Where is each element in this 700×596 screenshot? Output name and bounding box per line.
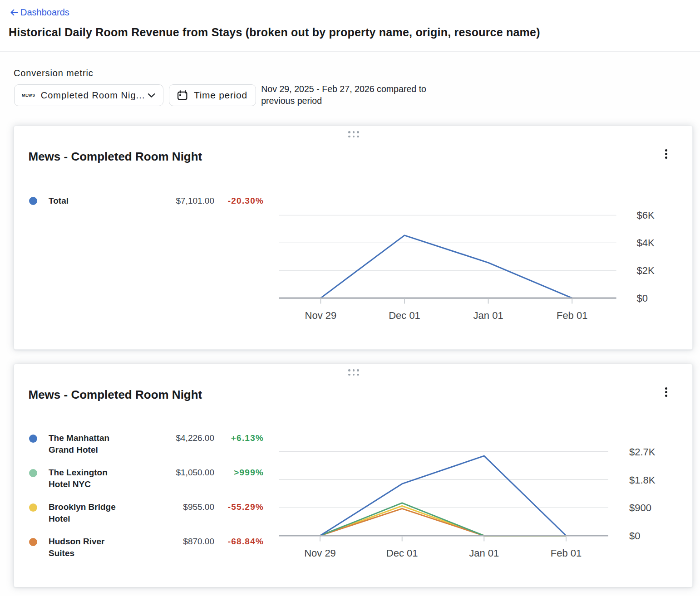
svg-text:Dec 01: Dec 01 — [389, 310, 420, 321]
svg-text:$0: $0 — [629, 530, 640, 542]
svg-text:Jan 01: Jan 01 — [469, 547, 499, 559]
svg-text:$900: $900 — [629, 502, 651, 513]
svg-text:Dec 01: Dec 01 — [386, 547, 418, 559]
svg-text:Jan 01: Jan 01 — [473, 310, 503, 321]
svg-text:Nov 29: Nov 29 — [305, 310, 337, 321]
svg-text:Nov 29: Nov 29 — [304, 547, 336, 559]
svg-text:$0: $0 — [637, 293, 648, 304]
svg-text:$1.8K: $1.8K — [629, 474, 656, 486]
svg-text:Feb 01: Feb 01 — [557, 310, 588, 321]
svg-text:$2K: $2K — [637, 265, 655, 276]
svg-text:$6K: $6K — [637, 210, 655, 221]
svg-text:$4K: $4K — [637, 237, 655, 249]
svg-text:$2.7K: $2.7K — [629, 446, 656, 458]
svg-text:Feb 01: Feb 01 — [551, 547, 582, 559]
